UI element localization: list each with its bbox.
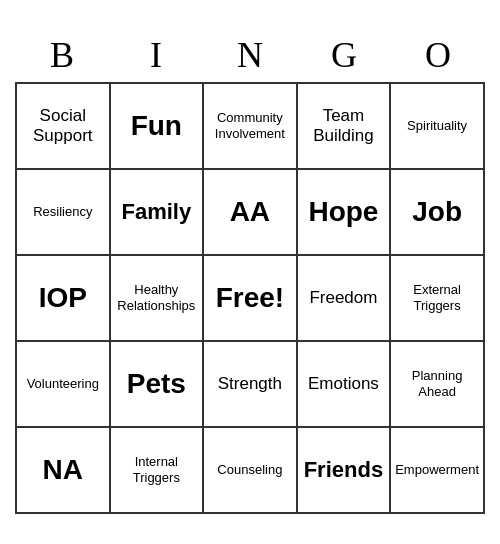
bingo-cell-16: Pets xyxy=(111,342,205,428)
bingo-cell-8: Hope xyxy=(298,170,392,256)
cell-text-19: Planning Ahead xyxy=(395,368,479,399)
cell-text-13: Freedom xyxy=(309,288,377,308)
bingo-grid: Social SupportFunCommunity InvolvementTe… xyxy=(15,82,485,514)
bingo-card: BINGO Social SupportFunCommunity Involve… xyxy=(15,30,485,514)
bingo-cell-22: Counseling xyxy=(204,428,298,514)
bingo-cell-18: Emotions xyxy=(298,342,392,428)
cell-text-15: Volunteering xyxy=(27,376,99,392)
cell-text-10: IOP xyxy=(39,281,87,315)
bingo-cell-0: Social Support xyxy=(17,84,111,170)
bingo-cell-15: Volunteering xyxy=(17,342,111,428)
cell-text-8: Hope xyxy=(308,195,378,229)
bingo-cell-11: Healthy Relationships xyxy=(111,256,205,342)
cell-text-4: Spirituality xyxy=(407,118,467,134)
cell-text-23: Friends xyxy=(304,457,383,483)
cell-text-1: Fun xyxy=(131,109,182,143)
cell-text-5: Resiliency xyxy=(33,204,92,220)
bingo-cell-10: IOP xyxy=(17,256,111,342)
bingo-cell-19: Planning Ahead xyxy=(391,342,485,428)
bingo-cell-17: Strength xyxy=(204,342,298,428)
bingo-cell-5: Resiliency xyxy=(17,170,111,256)
bingo-cell-1: Fun xyxy=(111,84,205,170)
cell-text-6: Family xyxy=(121,199,191,225)
cell-text-7: AA xyxy=(230,195,270,229)
cell-text-9: Job xyxy=(412,195,462,229)
header-letter-o: O xyxy=(395,34,481,76)
cell-text-17: Strength xyxy=(218,374,282,394)
bingo-cell-13: Freedom xyxy=(298,256,392,342)
bingo-cell-20: NA xyxy=(17,428,111,514)
cell-text-24: Empowerment xyxy=(395,462,479,478)
bingo-cell-23: Friends xyxy=(298,428,392,514)
header-letter-n: N xyxy=(207,34,293,76)
cell-text-16: Pets xyxy=(127,367,186,401)
cell-text-18: Emotions xyxy=(308,374,379,394)
bingo-cell-24: Empowerment xyxy=(391,428,485,514)
cell-text-0: Social Support xyxy=(21,106,105,147)
cell-text-22: Counseling xyxy=(217,462,282,478)
header-letter-i: I xyxy=(113,34,199,76)
bingo-cell-4: Spirituality xyxy=(391,84,485,170)
bingo-cell-12: Free! xyxy=(204,256,298,342)
bingo-cell-3: Team Building xyxy=(298,84,392,170)
bingo-cell-14: External Triggers xyxy=(391,256,485,342)
bingo-cell-21: Internal Triggers xyxy=(111,428,205,514)
header-letter-g: G xyxy=(301,34,387,76)
cell-text-20: NA xyxy=(43,453,83,487)
bingo-cell-6: Family xyxy=(111,170,205,256)
bingo-cell-2: Community Involvement xyxy=(204,84,298,170)
bingo-header: BINGO xyxy=(15,30,485,82)
cell-text-14: External Triggers xyxy=(395,282,479,313)
bingo-cell-9: Job xyxy=(391,170,485,256)
cell-text-11: Healthy Relationships xyxy=(115,282,199,313)
cell-text-21: Internal Triggers xyxy=(115,454,199,485)
bingo-cell-7: AA xyxy=(204,170,298,256)
cell-text-3: Team Building xyxy=(302,106,386,147)
header-letter-b: B xyxy=(19,34,105,76)
cell-text-12: Free! xyxy=(216,281,284,315)
cell-text-2: Community Involvement xyxy=(208,110,292,141)
